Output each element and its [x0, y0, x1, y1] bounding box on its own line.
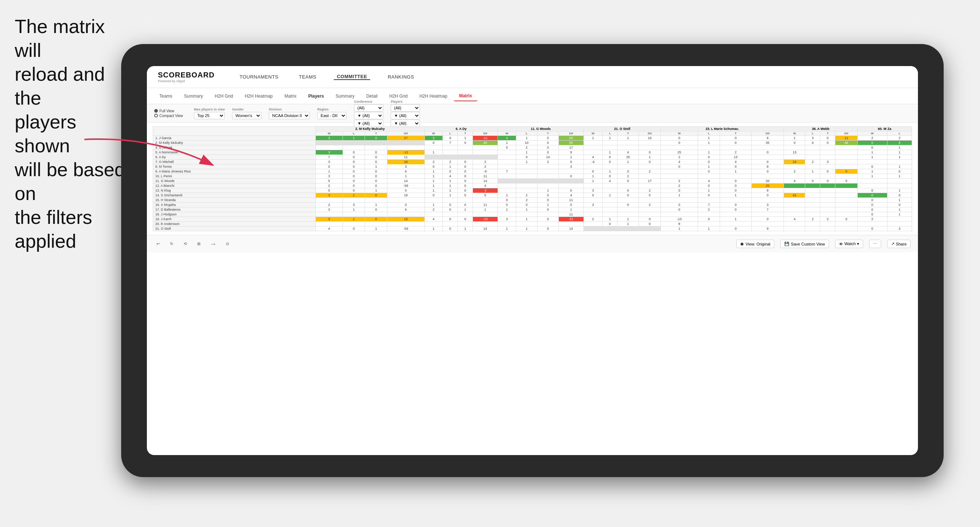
gender-label: Gender [232, 108, 261, 111]
cell: 2 [315, 184, 342, 188]
sub-nav-h2h-heatmap[interactable]: H2H Heatmap [240, 91, 278, 101]
share-button[interactable]: ↗ Share [887, 240, 911, 248]
cell: 0 [858, 193, 887, 198]
sub-nav-players[interactable]: Players [303, 91, 329, 101]
row-name-mitchell: 7. O Mitchell [153, 160, 316, 164]
cell [805, 188, 820, 193]
cell [639, 145, 661, 150]
cell: 18 [387, 160, 425, 164]
sh-l6: L [805, 132, 820, 136]
save-custom-view-button[interactable]: 💾 Save Custom View [780, 240, 829, 248]
settings-icon[interactable]: ⊙ [224, 240, 231, 248]
cell: 0 [342, 160, 365, 164]
cell: 1 [516, 136, 537, 141]
cell: 1 [458, 136, 473, 141]
table-row: 7. O Mitchell 30018 2202 120 -4010 4040 … [153, 160, 912, 164]
cell [698, 145, 720, 150]
cell: 0 [720, 164, 751, 169]
players-select-1[interactable]: (All) [391, 104, 420, 111]
cell: 1 [425, 169, 443, 174]
nav-teams[interactable]: TEAMS [296, 74, 319, 79]
view-options: Full View Compact View [154, 109, 183, 118]
cell: 0 [537, 145, 558, 150]
full-view-option[interactable]: Full View [154, 109, 183, 113]
view-original-button[interactable]: ◉ View: Original [736, 240, 775, 248]
sh-t3: T [537, 132, 558, 136]
cell: 1 [887, 155, 912, 160]
cell: 0 [661, 136, 698, 141]
col-header-webb: 38. A Webb [784, 127, 858, 132]
cell [887, 184, 912, 188]
cell: 1 [498, 141, 516, 145]
compact-view-radio[interactable] [154, 114, 158, 117]
logo-subtitle: Powered by clippd [158, 79, 215, 83]
sub-nav-matrix[interactable]: Matrix [279, 91, 302, 101]
cell [639, 164, 661, 169]
sub-nav-matrix2[interactable]: Matrix [454, 91, 477, 101]
cell: 0 [698, 160, 720, 164]
cell: 1 [558, 207, 584, 212]
sub-nav-summary[interactable]: Summary [179, 91, 208, 101]
redo-icon[interactable]: ↻ [168, 240, 175, 248]
cell [473, 212, 498, 217]
cell: 0 [661, 203, 698, 207]
cell: -9 [473, 169, 498, 174]
cell: 2 [784, 169, 805, 174]
cell [584, 207, 602, 212]
cell: 1 [584, 136, 602, 141]
compact-view-option[interactable]: Compact View [154, 114, 183, 118]
players-select-2[interactable]: ▼ (All) [391, 112, 420, 119]
cell [661, 145, 698, 150]
cell [887, 160, 912, 164]
conference-select-2[interactable]: ▼ (All) [354, 112, 383, 119]
cell: 8 [751, 164, 784, 169]
undo-icon[interactable]: ↩ [154, 240, 162, 248]
zoom-icon[interactable]: −+ [208, 240, 218, 248]
tablet: SCOREBOARD Powered by clippd TOURNAMENTS… [121, 44, 943, 477]
cell [639, 174, 661, 179]
cell: 3 [820, 160, 835, 164]
cell: 18 [387, 193, 425, 198]
cell: 13 [784, 150, 805, 155]
cell: 0 [603, 222, 617, 227]
nav-rankings[interactable]: RANKINGS [385, 74, 417, 79]
nav-tournaments[interactable]: TOURNAMENTS [237, 74, 281, 79]
cell [498, 150, 516, 155]
cell [751, 155, 784, 160]
refresh-icon[interactable]: ⟲ [181, 240, 189, 248]
players-select-3[interactable]: ▼ (All) [391, 120, 420, 127]
cell: 0 [365, 150, 387, 155]
cell: 7 [498, 169, 516, 174]
cell: 7 [698, 203, 720, 207]
division-select[interactable]: NCAA Division II [269, 112, 310, 119]
cell: 0 [603, 174, 617, 179]
cell [473, 150, 498, 155]
sub-nav-teams[interactable]: Teams [154, 91, 177, 101]
nav-committee[interactable]: COMMITTEE [334, 74, 370, 80]
cell [751, 222, 784, 227]
more-button[interactable]: ⋯ [869, 240, 881, 248]
cell: 1 [425, 227, 443, 231]
region-select[interactable]: East - DII [317, 112, 347, 119]
cell: 6 [751, 136, 784, 141]
sh-d3: Dif [558, 132, 584, 136]
watch-button[interactable]: 👁 Watch ▾ [835, 240, 863, 248]
gender-select[interactable]: Women's [232, 112, 261, 119]
cell: 0 [458, 203, 473, 207]
cell [443, 145, 458, 150]
cell: 0 [498, 145, 516, 150]
cell: 0 [661, 141, 698, 145]
cell: 0 [858, 207, 887, 212]
grid-icon[interactable]: ⊞ [195, 240, 203, 248]
cell [603, 188, 617, 193]
full-view-radio[interactable] [154, 109, 158, 113]
cell: 0 [698, 193, 720, 198]
sub-nav-h2h-grid[interactable]: H2H Grid [210, 91, 238, 101]
max-players-select[interactable]: Top 25 [194, 112, 225, 119]
cell [835, 222, 858, 227]
conference-select-1[interactable]: (All) [354, 104, 383, 111]
sh-l1: L [342, 132, 365, 136]
cell: 0 [458, 160, 473, 164]
cell: 2 [473, 160, 498, 164]
conference-select-3[interactable]: ▼ (All) [354, 120, 383, 127]
